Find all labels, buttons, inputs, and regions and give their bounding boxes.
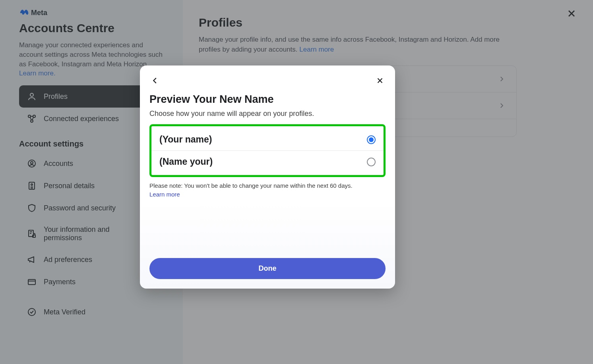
done-button[interactable]: Done — [149, 258, 386, 279]
chevron-left-icon — [151, 76, 159, 85]
modal-note: Please note: You won't be able to change… — [149, 182, 386, 199]
modal-header — [149, 75, 386, 86]
modal-subtitle: Choose how your name will appear on your… — [149, 110, 386, 118]
option-label: (Name your) — [159, 156, 213, 167]
note-text: Please note: You won't be able to change… — [149, 182, 353, 189]
back-button[interactable] — [149, 75, 161, 86]
radio-button[interactable] — [367, 135, 376, 144]
name-options-box: (Your name) (Name your) — [149, 124, 386, 177]
option-label: (Your name) — [159, 134, 212, 145]
modal-close-button[interactable] — [374, 75, 386, 86]
name-preview-modal: Preview Your New Name Choose how your na… — [140, 65, 395, 289]
note-learn-more-link[interactable]: Learn more — [149, 191, 386, 198]
name-option-1[interactable]: (Name your) — [151, 150, 384, 173]
close-icon — [376, 76, 384, 85]
radio-button[interactable] — [367, 158, 376, 166]
modal-title: Preview Your New Name — [149, 93, 386, 106]
name-option-0[interactable]: (Your name) — [151, 129, 384, 150]
